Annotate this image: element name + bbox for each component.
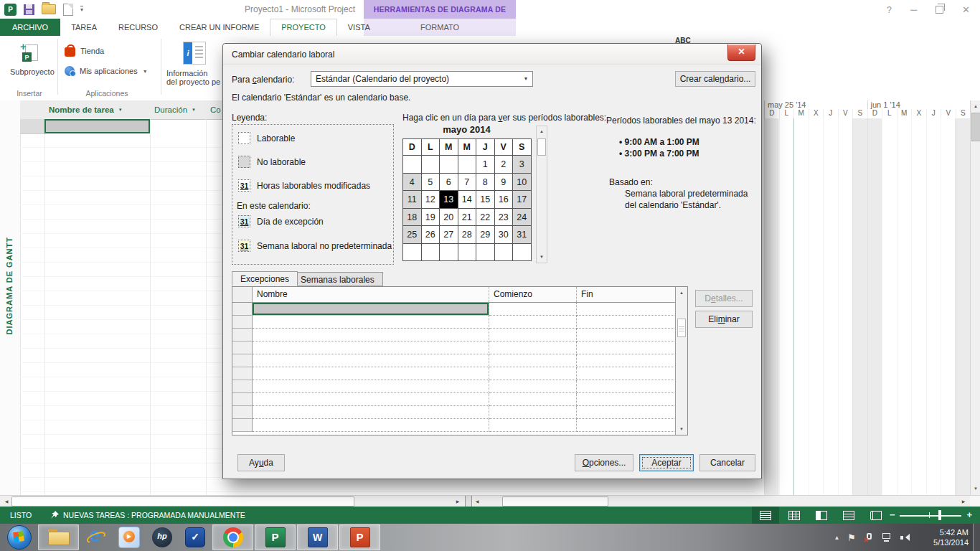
exception-end-cell[interactable]: [577, 329, 687, 342]
selected-exception-name-cell[interactable]: [253, 303, 489, 316]
close-icon[interactable]: ✕: [962, 4, 970, 15]
action-center-icon[interactable]: ⚑: [847, 532, 856, 543]
calendar-day-25[interactable]: 25: [403, 226, 422, 244]
taskbar-start[interactable]: [2, 524, 37, 550]
exception-end-cell[interactable]: [577, 419, 687, 432]
vertical-scrollbar-thumb[interactable]: [971, 113, 980, 141]
calendar-day-23[interactable]: 23: [495, 209, 514, 227]
zoom-in-icon[interactable]: +: [966, 507, 972, 524]
exception-start-cell[interactable]: [489, 303, 577, 316]
calendar-day-17[interactable]: 17: [513, 191, 532, 209]
exception-end-cell[interactable]: [577, 354, 687, 367]
exception-name-cell[interactable]: [253, 342, 489, 354]
delete-button[interactable]: Eliminar: [695, 311, 753, 328]
taskbar-powerpoint[interactable]: [339, 524, 380, 550]
filter-icon[interactable]: ▼: [192, 108, 196, 112]
chart-hscroll-thumb[interactable]: [502, 496, 608, 507]
exception-end-cell[interactable]: [577, 342, 687, 354]
selected-task-cell[interactable]: [44, 119, 150, 133]
column-header-duration[interactable]: Duración▼: [150, 100, 211, 119]
exception-end-cell[interactable]: [577, 380, 687, 393]
subproyecto-button[interactable]: +P Subproyecto: [10, 43, 50, 76]
calendar-day-16[interactable]: 16: [495, 191, 514, 209]
scroll-up-icon[interactable]: ▲: [537, 126, 547, 137]
view-sheet-button[interactable]: [835, 507, 862, 524]
scroll-right-icon[interactable]: ▶: [453, 497, 462, 506]
zoom-out-icon[interactable]: −: [890, 507, 895, 524]
calendar-day-19[interactable]: 19: [422, 209, 440, 227]
calendar-day-5[interactable]: 5: [422, 174, 440, 192]
exceptions-scrollbar-thumb[interactable]: [677, 319, 686, 337]
qat-customize-icon[interactable]: ▾: [80, 6, 83, 13]
dialog-title-bar[interactable]: Cambiar calendario laboral: [223, 44, 761, 65]
dialog-close-icon[interactable]: ✕: [727, 44, 755, 61]
exception-end-cell[interactable]: [577, 303, 687, 316]
options-button[interactable]: Opciones...: [575, 454, 633, 471]
calendar-day-14[interactable]: 14: [458, 191, 477, 209]
calendar-day-28[interactable]: 28: [458, 226, 477, 244]
exception-end-cell[interactable]: [577, 406, 687, 419]
calendar-day-6[interactable]: 6: [440, 174, 458, 192]
ribbon-tab-formato[interactable]: FORMATO: [364, 19, 516, 36]
chevron-down-icon[interactable]: ▼: [519, 72, 532, 86]
calendar-day-22[interactable]: 22: [476, 209, 495, 227]
ribbon-tab-archivo[interactable]: ARCHIVO: [0, 19, 60, 36]
column-header-task-name[interactable]: Nombre de tarea▼: [44, 100, 155, 119]
speaker-icon[interactable]: [900, 533, 910, 542]
pane-splitter[interactable]: [465, 496, 472, 507]
exception-name-cell[interactable]: [253, 329, 489, 342]
taskbar-hp[interactable]: [146, 524, 178, 550]
view-usage-button[interactable]: [781, 507, 808, 524]
view-team-planner-button[interactable]: [808, 507, 835, 524]
vertical-scrollbar[interactable]: ▲ ▼: [970, 100, 980, 495]
calendar-day-1[interactable]: 1: [476, 156, 495, 174]
row-number-header[interactable]: [20, 100, 45, 119]
zoom-track[interactable]: [900, 515, 961, 517]
taskbar-project[interactable]: [255, 524, 296, 550]
calendar-scrollbar[interactable]: ▲ ▼: [536, 126, 547, 263]
taskbar-chrome[interactable]: [212, 524, 253, 550]
row-1-header[interactable]: [20, 119, 45, 134]
calendar-day-11[interactable]: 11: [403, 191, 422, 209]
calendar-day-24[interactable]: 24: [513, 209, 532, 227]
cancel-button[interactable]: Cancelar: [699, 454, 755, 471]
calendar-day-13[interactable]: 13: [440, 191, 458, 209]
zoom-slider-thumb[interactable]: [938, 510, 941, 520]
new-file-icon[interactable]: [63, 4, 73, 16]
mis-aplicaciones-button[interactable]: Mis aplicaciones ▼: [65, 66, 148, 76]
exception-start-cell[interactable]: [489, 367, 577, 380]
calendar-day-12[interactable]: 12: [422, 191, 440, 209]
calendar-day-7[interactable]: 7: [458, 174, 477, 192]
minimize-icon[interactable]: ─: [910, 4, 917, 15]
save-icon[interactable]: [24, 4, 34, 15]
help-button[interactable]: Ayuda: [237, 454, 285, 471]
new-tasks-mode[interactable]: NUEVAS TAREAS : PROGRAMADA MANUALMENTE: [50, 507, 245, 524]
exception-end-cell[interactable]: [577, 393, 687, 406]
calendar-day-18[interactable]: 18: [403, 209, 422, 227]
column-header-fin[interactable]: Fin: [577, 287, 687, 302]
exception-end-cell[interactable]: [577, 316, 687, 329]
calendar-select[interactable]: Estándar (Calendario del proyecto) ▼: [311, 71, 533, 87]
show-desktop-button[interactable]: [973, 524, 980, 551]
exception-name-cell[interactable]: [253, 354, 489, 367]
exception-name-cell[interactable]: [253, 380, 489, 393]
calendar-day-30[interactable]: 30: [495, 226, 514, 244]
calendar-day-8[interactable]: 8: [476, 174, 495, 192]
scroll-up-icon[interactable]: ▲: [676, 287, 687, 298]
ribbon-tab-crear-un-informe[interactable]: CREAR UN INFORME: [169, 19, 270, 36]
ribbon-tab-proyecto[interactable]: PROYECTO: [270, 19, 337, 37]
details-button[interactable]: Detalles...: [695, 290, 753, 307]
exception-start-cell[interactable]: [489, 354, 577, 367]
restore-icon[interactable]: [936, 6, 943, 14]
exception-start-cell[interactable]: [489, 329, 577, 342]
ribbon-tab-tarea[interactable]: TAREA: [60, 19, 108, 36]
tray-expand-icon[interactable]: ▲: [834, 534, 839, 541]
calendar-day-31[interactable]: 31: [513, 226, 532, 244]
calendar-day-4[interactable]: 4: [403, 174, 422, 192]
scroll-down-icon[interactable]: ▼: [971, 483, 980, 494]
scroll-right-icon[interactable]: ▶: [959, 497, 968, 506]
scroll-left-icon[interactable]: ◀: [473, 497, 481, 506]
calendar-day-9[interactable]: 9: [495, 174, 514, 192]
exception-start-cell[interactable]: [489, 393, 577, 406]
gantt-chart-area[interactable]: [764, 118, 970, 495]
